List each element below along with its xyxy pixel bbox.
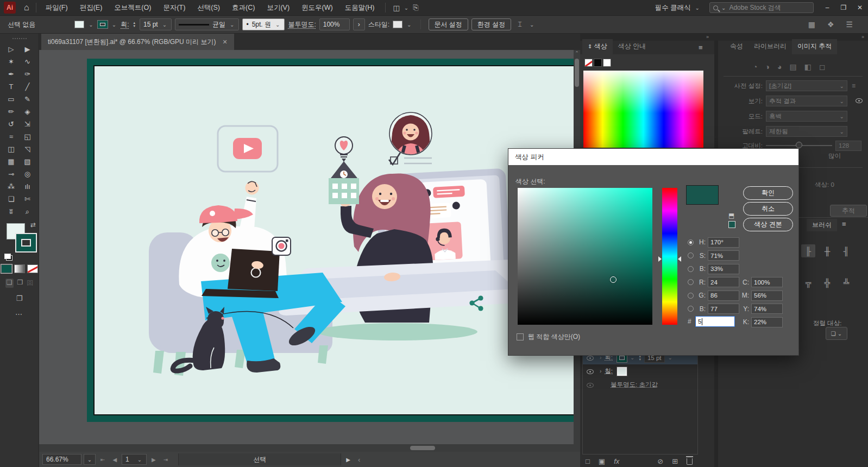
trace-option-icon-4[interactable]: ◧ bbox=[804, 62, 812, 71]
scale-tool[interactable]: ⇲ bbox=[20, 118, 36, 130]
align-icon-align_h-2[interactable]: ╢ bbox=[839, 244, 853, 257]
list-menu-icon[interactable]: ☰ bbox=[846, 20, 853, 29]
draw-behind-icon[interactable]: ❐ bbox=[17, 279, 23, 288]
woman-avatar-badge[interactable] bbox=[389, 112, 432, 156]
zoom-tool[interactable]: ⌕ bbox=[20, 205, 36, 218]
H-value-field[interactable]: 170° bbox=[708, 237, 739, 248]
default-fill-stroke-icon[interactable] bbox=[4, 254, 11, 259]
hex-input[interactable]: 5 bbox=[695, 316, 735, 327]
checkbox-box[interactable] bbox=[517, 333, 524, 340]
C-value-field[interactable]: 100% bbox=[751, 277, 783, 287]
tab-brushes[interactable]: 브러쉬 bbox=[807, 219, 837, 231]
preset-menu-icon[interactable]: ≡ bbox=[852, 82, 856, 90]
delete-icon[interactable] bbox=[687, 458, 693, 465]
stroke-weight-field[interactable]: 15 pt ⌄ bbox=[140, 18, 172, 30]
S-value-field[interactable]: 71% bbox=[708, 250, 739, 261]
K-value-field[interactable]: 22% bbox=[751, 317, 783, 327]
radio-R[interactable] bbox=[688, 279, 694, 285]
slider-knob[interactable] bbox=[796, 142, 802, 148]
workspace-selector[interactable]: 필수 클래식 ⌄ bbox=[655, 3, 701, 12]
align-icon-align_h-1[interactable]: ╫ bbox=[820, 244, 834, 257]
none-button[interactable] bbox=[27, 264, 38, 273]
free-transform-tool[interactable]: ◱ bbox=[20, 130, 36, 143]
fill-swatch[interactable] bbox=[617, 367, 627, 376]
trace-option-icon-3[interactable]: ▤ bbox=[789, 62, 796, 71]
trace-option-icon-0[interactable]: ◔ bbox=[753, 62, 757, 71]
stroke-weight-label[interactable]: 획: bbox=[121, 20, 129, 29]
new-fill-icon[interactable]: ▣ bbox=[599, 457, 605, 465]
color-swatches-button[interactable]: 색상 견본 bbox=[743, 218, 793, 231]
style-swatch[interactable] bbox=[393, 21, 402, 28]
radio-H[interactable] bbox=[688, 239, 694, 245]
artboard-artwork-area[interactable] bbox=[93, 65, 574, 415]
appearance-fill-row[interactable]: › 칠: bbox=[583, 364, 697, 378]
shaper-tool[interactable]: ✏ bbox=[3, 105, 20, 118]
visibility-eye-icon[interactable] bbox=[586, 381, 594, 388]
menu-item-1[interactable]: 편집(E) bbox=[74, 3, 109, 12]
stroke-color-box[interactable] bbox=[16, 234, 36, 251]
eraser-tool[interactable]: ◈ bbox=[20, 105, 36, 118]
saturation-brightness-field[interactable] bbox=[518, 188, 652, 325]
none-swatch[interactable] bbox=[584, 59, 593, 67]
menu-item-4[interactable]: 선택(S) bbox=[191, 3, 226, 12]
shape-builder-tool[interactable]: ◫ bbox=[3, 143, 20, 155]
canvas[interactable] bbox=[39, 50, 574, 444]
hue-slider[interactable] bbox=[662, 188, 677, 325]
draw-inside-icon[interactable]: 回 bbox=[27, 279, 33, 288]
threshold-slider[interactable] bbox=[766, 145, 832, 146]
align-icon-align_v-2[interactable]: ╩ bbox=[839, 276, 853, 289]
youtube-play-card[interactable] bbox=[218, 126, 278, 172]
prev-artboard-icon[interactable]: ◀ bbox=[110, 457, 119, 463]
type-tool[interactable]: T bbox=[3, 80, 20, 93]
B-value-field[interactable]: 33% bbox=[708, 264, 739, 274]
radio-B[interactable] bbox=[688, 306, 694, 312]
hue-marker-right-icon[interactable] bbox=[678, 256, 681, 262]
chevron-down-icon[interactable]: ⌄ bbox=[87, 22, 94, 28]
new-stroke-icon[interactable]: □ bbox=[586, 457, 590, 465]
gradient-tool[interactable]: ▧ bbox=[20, 155, 36, 168]
first-artboard-icon[interactable]: ⇤ bbox=[98, 457, 108, 463]
next-artboard-icon[interactable]: ▶ bbox=[149, 457, 159, 463]
fill-row-label[interactable]: 칠: bbox=[605, 367, 613, 375]
direct-selection-tool[interactable]: ▷ bbox=[3, 43, 20, 55]
cancel-button[interactable]: 취소 bbox=[743, 202, 793, 216]
school-building[interactable] bbox=[329, 161, 359, 204]
magic-wand-tool[interactable]: ✶ bbox=[3, 55, 20, 68]
effects-icon[interactable]: fx bbox=[614, 457, 619, 465]
stock-search-input[interactable]: ⌄ Adobe Stock 검색 bbox=[709, 2, 814, 13]
opacity-label[interactable]: 불투명도: bbox=[288, 20, 316, 29]
camera-icon[interactable] bbox=[272, 237, 291, 255]
web-colors-only-checkbox[interactable]: 웹 적합 색상만(O) bbox=[517, 332, 580, 342]
menu-item-6[interactable]: 보기(V) bbox=[261, 3, 295, 12]
scroll-up-icon[interactable]: ⌃ bbox=[574, 50, 580, 56]
color-marker[interactable] bbox=[610, 276, 617, 283]
hue-marker-left-icon[interactable] bbox=[658, 256, 662, 262]
drag-handle[interactable] bbox=[12, 38, 27, 40]
black-swatch[interactable] bbox=[594, 59, 602, 67]
fill-color-swatch[interactable] bbox=[74, 21, 84, 28]
zoom-dropdown[interactable]: ⌄ bbox=[84, 454, 96, 465]
trace-option-icon-5[interactable]: ◻ bbox=[819, 62, 826, 71]
workspace-switcher-icon[interactable]: ◫ bbox=[390, 4, 403, 12]
web-safe-swatch[interactable] bbox=[728, 221, 735, 228]
line-segment-tool[interactable]: ╱ bbox=[20, 80, 36, 93]
chevron-down-icon[interactable]: ⌄ bbox=[111, 22, 117, 28]
menu-item-5[interactable]: 효과(C) bbox=[226, 3, 261, 12]
menu-item-7[interactable]: 윈도우(W) bbox=[295, 3, 339, 12]
dialog-titlebar[interactable]: 색상 피커 bbox=[508, 149, 798, 165]
document-tab[interactable]: ti069a31107 [변환됨].ai* @ 66.67% (RGB/GPU … bbox=[41, 34, 234, 50]
chevron-down-icon[interactable]: ⌄ bbox=[529, 22, 535, 28]
opacity-row-label[interactable]: 불투명도: 초기값 bbox=[611, 381, 658, 389]
symbol-sprayer-tool[interactable]: ⁂ bbox=[3, 180, 20, 193]
more-tools-icon[interactable]: ⋯ bbox=[0, 310, 39, 318]
share-document-icon[interactable]: ⎘ bbox=[410, 3, 422, 12]
trace-option-icon-1[interactable]: ◑ bbox=[765, 62, 769, 71]
out-of-web-gamut-icon[interactable]: ⬒ bbox=[728, 212, 734, 219]
back-icon[interactable]: ‹ bbox=[355, 456, 363, 464]
selection-tool[interactable]: ▶ bbox=[20, 43, 36, 55]
rectangle-tool[interactable]: ▭ bbox=[3, 93, 20, 105]
align-icon-align_v-1[interactable]: ╬ bbox=[820, 276, 834, 289]
color-button[interactable] bbox=[1, 264, 12, 273]
white-swatch[interactable] bbox=[603, 59, 611, 67]
artboard[interactable] bbox=[87, 59, 574, 422]
